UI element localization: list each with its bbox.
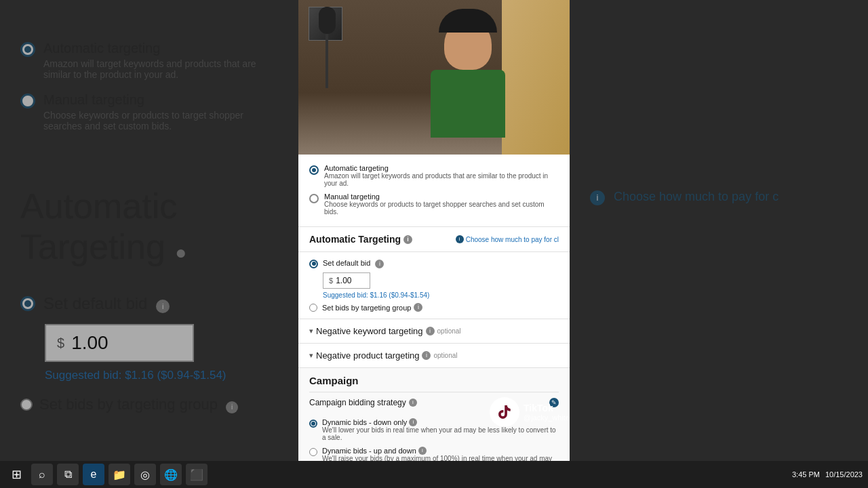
set-default-bid-info-icon[interactable]: i <box>375 260 384 268</box>
bg-bid-input: $ 1.00 <box>45 324 194 362</box>
taskbar-date: 10/15/2023 <box>825 470 863 479</box>
tiktok-brand: TikTok <box>524 403 570 413</box>
person-body <box>431 70 505 138</box>
mic-stand <box>326 7 328 88</box>
taskbar-file-icon[interactable]: 📁 <box>108 464 130 485</box>
automatic-targeting-title: Automatic Targeting i <box>309 234 412 245</box>
main-content-panel: Automatic targeting Amazon will target k… <box>298 155 570 488</box>
bg-auto-title: Automatic targeting <box>43 41 278 56</box>
suggested-bid-text: Suggested bid: $1.16 ($0.94-$1.54) <box>323 291 559 299</box>
bg-auto-desc: Amazon will target keywords and products… <box>43 58 278 80</box>
video-area <box>298 0 570 155</box>
set-bids-info-icon[interactable]: i <box>414 303 422 312</box>
automatic-targeting-header: Automatic Targeting i i Choose how much … <box>298 227 570 252</box>
auto-targeting-radio[interactable] <box>309 165 319 175</box>
dynamic-down-desc: We'll lower your bids in real time when … <box>322 426 559 441</box>
person-figure <box>407 19 529 155</box>
manual-targeting-desc: Choose keywords or products to target sh… <box>324 201 559 216</box>
choose-pay-dot-icon: i <box>456 235 464 243</box>
negative-product-optional: optional <box>433 352 457 359</box>
bg-set-bids-label: Set bids by targeting group i <box>39 396 238 413</box>
tiktok-text: TikTok @jacky_white <box>524 403 570 422</box>
bg-manual-radio <box>20 94 35 108</box>
start-button[interactable]: ⊞ <box>5 464 27 485</box>
bg-right-info-icon: i <box>590 190 605 205</box>
dynamic-down-info-icon[interactable]: i <box>409 418 417 426</box>
mic-arm <box>326 7 328 88</box>
set-default-bid-row: Set default bid i <box>309 259 559 268</box>
bg-big-title: Automatic Targeting ● <box>20 186 278 267</box>
taskbar-time: 3:45 PM <box>792 470 820 479</box>
bg-set-default-row: Set default bid i <box>20 294 278 313</box>
taskbar-terminal-icon[interactable]: ⬛ <box>186 464 208 485</box>
targeting-options-section: Automatic targeting Amazon will target k… <box>298 155 570 227</box>
auto-targeting-info-icon[interactable]: i <box>403 235 412 244</box>
tiktok-user: @jacky_white <box>524 413 570 422</box>
taskbar-chrome-icon[interactable]: ◎ <box>134 464 156 485</box>
windows-taskbar: ⊞ ⌕ ⧉ e 📁 ◎ 🌐 ⬛ 3:45 PM 10/15/2023 <box>0 461 868 488</box>
bg-manual-desc: Choose keywords or products to target sh… <box>43 110 278 131</box>
negative-product-chevron: ▾ <box>309 351 313 360</box>
tiktok-watermark: TikTok @jacky_white <box>490 397 570 427</box>
bid-input-box[interactable]: $ 1.00 <box>323 272 370 289</box>
taskbar-search-icon[interactable]: ⌕ <box>31 464 53 485</box>
video-content <box>298 0 570 155</box>
bg-set-default-radio <box>20 296 35 311</box>
manual-targeting-radio[interactable] <box>309 194 319 203</box>
dynamic-updown-info-icon[interactable]: i <box>418 447 427 455</box>
choose-pay-link[interactable]: i Choose how much to pay for cl <box>456 235 559 243</box>
taskbar-ie-icon[interactable]: 🌐 <box>160 464 182 485</box>
taskbar-taskview-icon[interactable]: ⧉ <box>57 464 79 485</box>
bid-value: 1.00 <box>336 276 351 285</box>
campaign-bidding-title: Campaign bidding strategy i <box>309 398 417 407</box>
negative-keyword-optional: optional <box>437 327 461 335</box>
negative-product-section[interactable]: ▾ Negative product targeting i optional <box>298 344 570 368</box>
bg-bid-value: 1.00 <box>71 332 108 354</box>
auto-targeting-option[interactable]: Automatic targeting Amazon will target k… <box>309 164 559 187</box>
set-bids-row: Set bids by targeting group i <box>309 303 559 312</box>
bid-section: Set default bid i $ 1.00 Suggested bid: … <box>298 252 570 319</box>
auto-targeting-text: Automatic targeting Amazon will target k… <box>324 164 559 187</box>
campaign-bidding-info-icon[interactable]: i <box>409 399 417 407</box>
auto-targeting-desc: Amazon will target keywords and products… <box>324 172 559 187</box>
manual-targeting-option[interactable]: Manual targeting Choose keywords or prod… <box>309 192 559 216</box>
negative-product-title: Negative product targeting <box>316 350 419 361</box>
bid-input-row: $ 1.00 <box>323 272 559 289</box>
bg-info-icon: i <box>156 300 170 313</box>
bg-auto-radio <box>20 42 35 57</box>
negative-keyword-title: Negative keyword targeting <box>316 326 423 336</box>
dynamic-updown-title: Dynamic bids - up and down i <box>322 447 559 455</box>
dollar-sign: $ <box>329 277 333 285</box>
dynamic-down-radio[interactable] <box>309 420 317 428</box>
background-left-panel: Automatic targeting Amazon will target k… <box>0 0 298 488</box>
taskbar-right-area: 3:45 PM 10/15/2023 <box>792 470 863 479</box>
set-bids-label: Set bids by targeting group i <box>322 303 422 312</box>
manual-targeting-text: Manual targeting Choose keywords or prod… <box>324 192 559 216</box>
suggested-bid-value: $1.16 <box>370 291 387 299</box>
background-right-panel: i Choose how much to pay for c <box>570 0 868 488</box>
auto-targeting-title: Automatic targeting <box>324 164 559 172</box>
campaign-title: Campaign <box>309 375 559 386</box>
bg-set-default-label: Set default bid i <box>43 294 170 313</box>
bg-suggested-bid: Suggested bid: $1.16 ($0.94-$1.54) <box>45 369 278 382</box>
set-default-bid-radio[interactable] <box>309 260 318 268</box>
person-head <box>444 19 492 70</box>
dynamic-updown-radio[interactable] <box>309 448 317 456</box>
negative-keyword-section[interactable]: ▾ Negative keyword targeting i optional <box>298 319 570 344</box>
manual-targeting-title: Manual targeting <box>324 192 559 201</box>
bg-set-bids-radio <box>20 399 33 411</box>
bg-set-bids-info-icon: i <box>226 401 238 413</box>
negative-keyword-chevron: ▾ <box>309 327 313 336</box>
negative-keyword-info-icon[interactable]: i <box>426 327 435 336</box>
bg-manual-title: Manual targeting <box>43 92 278 108</box>
set-bids-radio[interactable] <box>309 304 317 312</box>
set-default-bid-label: Set default bid i <box>323 259 384 268</box>
tiktok-logo-icon <box>490 397 519 427</box>
taskbar-edge-icon[interactable]: e <box>83 464 104 485</box>
bg-dollar-sign: $ <box>57 336 64 351</box>
bg-right-text: i Choose how much to pay for c <box>590 190 848 205</box>
negative-product-info-icon[interactable]: i <box>422 351 431 360</box>
